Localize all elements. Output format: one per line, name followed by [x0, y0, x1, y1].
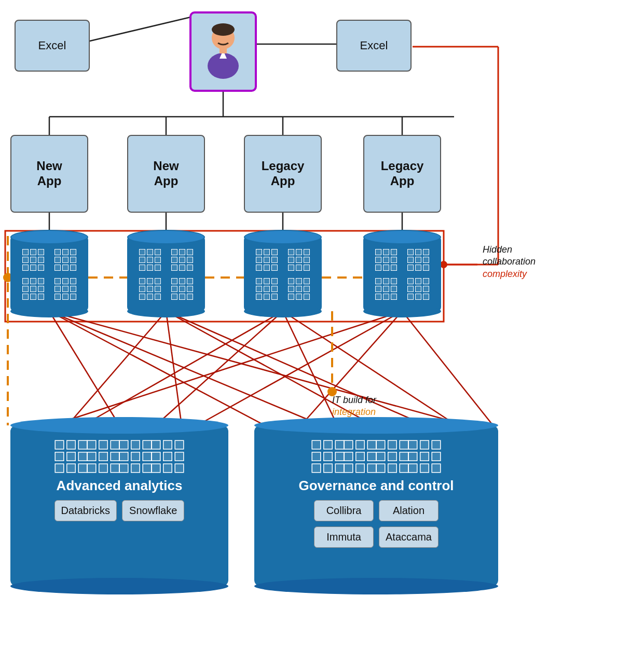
governance-label: Governance and control: [298, 478, 454, 494]
svg-point-15: [440, 261, 447, 268]
excel-right-label: Excel: [360, 39, 388, 52]
person-icon: [200, 23, 246, 80]
excel-left-label: Excel: [38, 39, 66, 52]
complexity-text: complexity: [483, 269, 527, 279]
analytics-label: Advanced analytics: [57, 478, 183, 494]
it-build-text: IT build forintegration: [332, 395, 376, 417]
svg-line-26: [283, 311, 337, 425]
hidden-collaboration-label: Hiddencollaborationcomplexity: [483, 244, 536, 280]
new-app-1-label: NewApp: [36, 159, 62, 189]
governance-db: Governance and control Collibra Alation …: [254, 425, 498, 586]
svg-rect-2: [441, 35, 442, 36]
hidden-text: Hiddencollaborationcomplexity: [483, 244, 536, 279]
immuta-box: Immuta: [314, 527, 374, 548]
svg-line-19: [49, 311, 467, 425]
svg-line-24: [83, 311, 283, 425]
collibra-box: Collibra: [314, 500, 374, 521]
ataccama-box: Ataccama: [379, 527, 439, 548]
svg-line-18: [49, 311, 322, 425]
svg-line-23: [166, 311, 426, 425]
database-3: [244, 236, 322, 311]
integration-text: integration: [332, 407, 376, 417]
it-build-label: IT build forintegration: [332, 394, 376, 419]
excel-left-box: Excel: [15, 20, 90, 72]
databricks-box: Databricks: [54, 500, 117, 521]
svg-line-31: [402, 311, 493, 425]
svg-line-0: [77, 16, 197, 44]
legacy-app-1-label: LegacyApp: [262, 159, 305, 189]
snowflake-box: Snowflake: [122, 500, 184, 521]
svg-point-43: [212, 23, 235, 36]
new-app-2-label: NewApp: [153, 159, 179, 189]
alation-box: Alation: [379, 500, 439, 521]
legacy-app-2-label: LegacyApp: [381, 159, 424, 189]
advanced-analytics-db: Advanced analytics Databricks Snowflake: [10, 425, 228, 586]
svg-line-16: [49, 311, 119, 425]
svg-line-25: [156, 311, 283, 425]
diagram-container: Excel Excel NewApp NewApp LegacyApp: [0, 0, 644, 651]
svg-line-21: [166, 311, 182, 425]
new-app-2-box: NewApp: [127, 135, 205, 213]
database-2: [127, 236, 205, 311]
svg-line-17: [49, 311, 265, 425]
person-box: [189, 11, 257, 92]
new-app-1-box: NewApp: [10, 135, 88, 213]
svg-line-20: [67, 311, 166, 425]
legacy-app-1-box: LegacyApp: [244, 135, 322, 213]
database-1: [10, 236, 88, 311]
svg-rect-46: [220, 47, 227, 53]
legacy-app-2-box: LegacyApp: [363, 135, 441, 213]
database-4: [363, 236, 441, 311]
excel-right-box: Excel: [336, 20, 412, 72]
